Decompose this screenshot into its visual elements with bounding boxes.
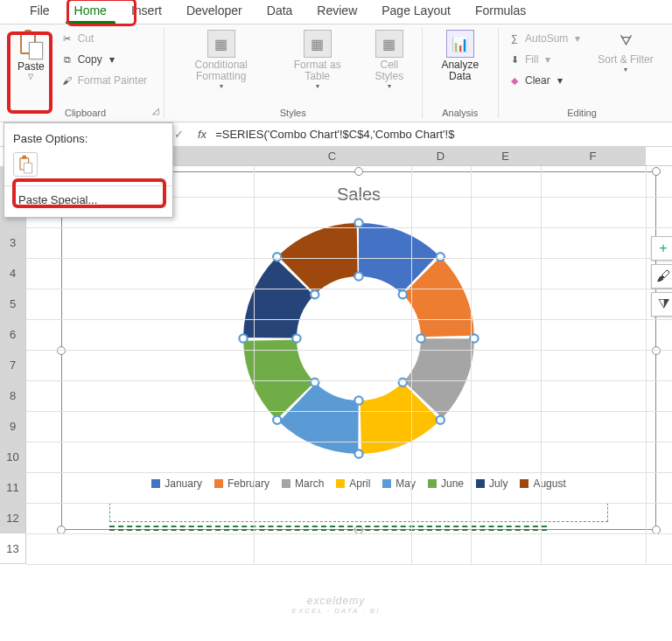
tab-file[interactable]: File	[18, 0, 62, 24]
legend-label: August	[533, 477, 565, 490]
legend-swatch	[428, 479, 437, 488]
paste-keep-source-option[interactable]	[13, 152, 38, 177]
chevron-down-icon: ▽	[28, 73, 33, 80]
formula-input[interactable]	[212, 128, 672, 141]
chart-elements-button[interactable]: +	[651, 236, 672, 261]
row-header-7[interactable]: 7	[0, 350, 26, 380]
legend-swatch	[520, 479, 528, 488]
svg-point-15	[437, 416, 444, 424]
tab-developer[interactable]: Developer	[174, 0, 255, 24]
svg-point-10	[399, 290, 407, 298]
row-header-11[interactable]: 11	[0, 472, 26, 503]
row-header-9[interactable]: 9	[0, 411, 26, 442]
group-label: Editing	[504, 106, 660, 118]
cells-area[interactable]: Sales JanuaryFebruaryMarchAprilMayJuneJu…	[26, 166, 672, 564]
paste-options-header: Paste Options:	[4, 129, 172, 150]
row-header-4[interactable]: 4	[0, 258, 26, 289]
chart-object[interactable]: Sales JanuaryFebruaryMarchAprilMayJuneJu…	[61, 171, 656, 530]
legend-item[interactable]: August	[520, 477, 565, 490]
svg-point-19	[273, 416, 281, 424]
legend-label: July	[489, 477, 508, 490]
resize-handle[interactable]	[652, 167, 661, 176]
legend-label: June	[441, 477, 464, 490]
legend-swatch	[382, 479, 391, 488]
autosum-button[interactable]: ∑AutoSum▾	[504, 28, 584, 49]
chart-filters-button[interactable]: ⧩	[651, 292, 672, 317]
group-styles: ▦ Conditional Formatting▾ ▦ Format as Ta…	[164, 28, 423, 118]
format-painter-button[interactable]: 🖌Format Painter	[57, 70, 150, 91]
svg-point-16	[354, 396, 362, 404]
tab-data[interactable]: Data	[255, 0, 305, 24]
legend-label: March	[295, 477, 324, 490]
analyze-data-button[interactable]: 📊 Analyze Data	[428, 28, 493, 84]
chart-float-buttons: + 🖌 ⧩	[651, 236, 672, 317]
marquee-selection	[109, 526, 547, 531]
clear-button[interactable]: ◆Clear▾	[504, 70, 584, 91]
paste-special-menu-item[interactable]: Paste Special...	[4, 188, 172, 212]
row-header-5[interactable]: 5	[0, 289, 26, 319]
conditional-formatting-icon: ▦	[207, 30, 235, 58]
cut-button[interactable]: ✂Cut	[57, 28, 150, 49]
row-header-6[interactable]: 6	[0, 319, 26, 350]
copy-icon: ⧉	[60, 52, 74, 66]
tab-review[interactable]: Review	[304, 0, 369, 24]
fx-icon[interactable]: fx	[192, 128, 212, 141]
copy-button[interactable]: ⧉Copy▾	[57, 49, 150, 70]
legend-selection-box	[109, 503, 608, 522]
legend-swatch	[476, 479, 485, 488]
sort-filter-button[interactable]: ᗊ Sort & Filter▾	[592, 28, 658, 75]
clipboard-dialog-launcher[interactable]: ◿	[150, 104, 162, 116]
col-header-F[interactable]: F	[541, 147, 646, 165]
svg-point-14	[399, 379, 407, 387]
svg-point-20	[292, 334, 300, 342]
legend-label: May	[396, 477, 416, 490]
tab-formulas[interactable]: Formulas	[463, 0, 538, 24]
col-header-D[interactable]: D	[411, 147, 471, 165]
paintbrush-icon: 🖌	[60, 73, 74, 87]
legend-item[interactable]: January	[151, 477, 202, 490]
col-header-C[interactable]: C	[254, 147, 411, 165]
row-header-13[interactable]: 13	[0, 533, 26, 564]
doughnut-chart[interactable]	[232, 212, 486, 465]
paste-button[interactable]: Paste ▽	[12, 28, 50, 82]
legend-label: February	[228, 477, 270, 490]
fill-down-icon: ⬇	[508, 52, 522, 66]
clipboard-icon	[18, 30, 43, 59]
legend-swatch	[151, 479, 160, 488]
chart-legend[interactable]: JanuaryFebruaryMarchAprilMayJuneJulyAugu…	[62, 474, 655, 493]
row-header-12[interactable]: 12	[0, 503, 26, 533]
tab-pagelayout[interactable]: Page Layout	[369, 0, 463, 24]
cell-styles-button[interactable]: ▦ Cell Styles▾	[362, 28, 416, 92]
legend-label: January	[164, 477, 202, 490]
chart-styles-button[interactable]: 🖌	[651, 264, 672, 289]
format-as-table-button[interactable]: ▦ Format as Table▾	[279, 28, 355, 92]
ribbon-body: Paste ▽ ✂Cut ⧉Copy▾ 🖌Format Painter Clip…	[0, 24, 672, 122]
legend-item[interactable]: June	[428, 477, 464, 490]
row-header-8[interactable]: 8	[0, 380, 26, 411]
clipboard-icon	[18, 156, 32, 173]
fill-button[interactable]: ⬇Fill▾	[504, 49, 584, 70]
row-header-10[interactable]: 10	[0, 442, 26, 472]
conditional-formatting-button[interactable]: ▦ Conditional Formatting▾	[170, 28, 272, 92]
legend-item[interactable]: July	[476, 477, 508, 490]
svg-point-23	[273, 253, 281, 261]
legend-swatch	[214, 479, 223, 488]
group-analysis: 📊 Analyze Data Analysis	[423, 28, 499, 118]
tab-home[interactable]: Home	[62, 0, 119, 24]
enter-formula-button[interactable]: ✓	[174, 128, 184, 141]
legend-label: April	[349, 477, 370, 490]
svg-point-22	[311, 290, 318, 298]
tab-insert[interactable]: Insert	[119, 0, 174, 24]
row-header-3[interactable]: 3	[0, 227, 26, 258]
chevron-down-icon: ▾	[109, 53, 115, 66]
svg-point-17	[354, 449, 362, 457]
resize-handle[interactable]	[354, 167, 363, 176]
analyze-icon: 📊	[446, 30, 474, 58]
legend-item[interactable]: February	[214, 477, 270, 490]
col-header-E[interactable]: E	[471, 147, 541, 165]
legend-item[interactable]: March	[282, 477, 324, 490]
legend-item[interactable]: April	[336, 477, 370, 490]
cell-styles-icon: ▦	[375, 30, 403, 58]
resize-handle[interactable]	[652, 346, 661, 355]
resize-handle[interactable]	[57, 346, 66, 355]
